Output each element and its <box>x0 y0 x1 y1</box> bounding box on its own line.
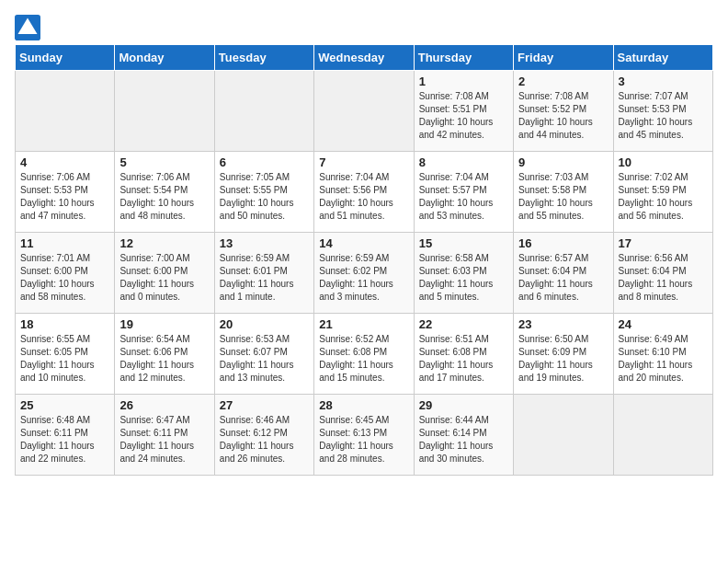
day-number: 9 <box>518 155 608 169</box>
day-number: 12 <box>119 236 209 250</box>
cell-info: Sunrise: 6:48 AM Sunset: 6:11 PM Dayligh… <box>20 414 109 465</box>
day-number: 17 <box>619 236 708 250</box>
day-number: 15 <box>419 236 508 250</box>
calendar-cell: 10Sunrise: 7:02 AM Sunset: 5:59 PM Dayli… <box>613 152 712 233</box>
cell-info: Sunrise: 6:59 AM Sunset: 6:02 PM Dayligh… <box>319 252 408 304</box>
day-header-sunday: Sunday <box>16 45 115 71</box>
calendar-cell <box>16 71 115 152</box>
day-number: 18 <box>20 317 109 331</box>
calendar-cell: 17Sunrise: 6:56 AM Sunset: 6:04 PM Dayli… <box>613 233 712 314</box>
calendar-cell <box>314 71 414 152</box>
day-number: 2 <box>518 75 608 88</box>
calendar-cell <box>613 395 712 476</box>
cell-info: Sunrise: 6:52 AM Sunset: 6:08 PM Dayligh… <box>319 333 408 385</box>
calendar-cell: 29Sunrise: 6:44 AM Sunset: 6:14 PM Dayli… <box>414 395 513 476</box>
day-header-saturday: Saturday <box>613 45 712 71</box>
cell-info: Sunrise: 6:56 AM Sunset: 6:04 PM Dayligh… <box>619 252 708 304</box>
calendar-cell: 14Sunrise: 6:59 AM Sunset: 6:02 PM Dayli… <box>314 233 414 314</box>
calendar-cell: 19Sunrise: 6:54 AM Sunset: 6:06 PM Dayli… <box>115 314 214 395</box>
day-number: 21 <box>319 317 408 331</box>
calendar-cell: 7Sunrise: 7:04 AM Sunset: 5:56 PM Daylig… <box>314 152 414 233</box>
cell-info: Sunrise: 6:57 AM Sunset: 6:04 PM Dayligh… <box>518 252 608 304</box>
calendar-cell: 4Sunrise: 7:06 AM Sunset: 5:53 PM Daylig… <box>16 152 115 233</box>
calendar-cell: 22Sunrise: 6:51 AM Sunset: 6:08 PM Dayli… <box>414 314 513 395</box>
cell-info: Sunrise: 7:00 AM Sunset: 6:00 PM Dayligh… <box>119 252 209 304</box>
day-number: 3 <box>619 75 708 88</box>
calendar-cell: 3Sunrise: 7:07 AM Sunset: 5:53 PM Daylig… <box>613 71 712 152</box>
day-number: 1 <box>419 75 508 88</box>
calendar-cell: 18Sunrise: 6:55 AM Sunset: 6:05 PM Dayli… <box>16 314 115 395</box>
day-number: 25 <box>20 398 109 412</box>
calendar-cell: 8Sunrise: 7:04 AM Sunset: 5:57 PM Daylig… <box>414 152 513 233</box>
cell-info: Sunrise: 6:51 AM Sunset: 6:08 PM Dayligh… <box>419 333 508 385</box>
cell-info: Sunrise: 7:07 AM Sunset: 5:53 PM Dayligh… <box>619 90 708 142</box>
cell-info: Sunrise: 6:59 AM Sunset: 6:01 PM Dayligh… <box>220 252 309 304</box>
cell-info: Sunrise: 6:44 AM Sunset: 6:14 PM Dayligh… <box>419 414 508 465</box>
calendar-cell: 26Sunrise: 6:47 AM Sunset: 6:11 PM Dayli… <box>115 395 214 476</box>
calendar-cell: 20Sunrise: 6:53 AM Sunset: 6:07 PM Dayli… <box>214 314 313 395</box>
day-number: 24 <box>619 317 708 331</box>
day-number: 7 <box>319 155 408 169</box>
day-header-tuesday: Tuesday <box>214 45 313 71</box>
cell-info: Sunrise: 6:47 AM Sunset: 6:11 PM Dayligh… <box>119 414 209 465</box>
cell-info: Sunrise: 7:06 AM Sunset: 5:54 PM Dayligh… <box>119 171 209 223</box>
cell-info: Sunrise: 7:02 AM Sunset: 5:59 PM Dayligh… <box>619 171 708 223</box>
day-header-monday: Monday <box>115 45 214 71</box>
calendar-week-row: 18Sunrise: 6:55 AM Sunset: 6:05 PM Dayli… <box>16 314 713 395</box>
cell-info: Sunrise: 6:55 AM Sunset: 6:05 PM Dayligh… <box>20 333 109 385</box>
cell-info: Sunrise: 7:04 AM Sunset: 5:56 PM Dayligh… <box>319 171 408 223</box>
cell-info: Sunrise: 7:04 AM Sunset: 5:57 PM Dayligh… <box>419 171 508 223</box>
logo <box>15 15 44 40</box>
day-header-wednesday: Wednesday <box>314 45 414 71</box>
calendar-cell: 13Sunrise: 6:59 AM Sunset: 6:01 PM Dayli… <box>214 233 313 314</box>
cell-info: Sunrise: 7:01 AM Sunset: 6:00 PM Dayligh… <box>20 252 109 304</box>
calendar-week-row: 4Sunrise: 7:06 AM Sunset: 5:53 PM Daylig… <box>16 152 713 233</box>
cell-info: Sunrise: 7:08 AM Sunset: 5:52 PM Dayligh… <box>518 90 608 142</box>
calendar-cell: 1Sunrise: 7:08 AM Sunset: 5:51 PM Daylig… <box>414 71 513 152</box>
day-number: 8 <box>419 155 508 169</box>
day-number: 23 <box>518 317 608 331</box>
calendar-week-row: 25Sunrise: 6:48 AM Sunset: 6:11 PM Dayli… <box>16 395 713 476</box>
day-number: 6 <box>220 155 309 169</box>
cell-info: Sunrise: 7:08 AM Sunset: 5:51 PM Dayligh… <box>419 90 508 142</box>
day-number: 28 <box>319 398 408 412</box>
calendar-cell: 23Sunrise: 6:50 AM Sunset: 6:09 PM Dayli… <box>514 314 613 395</box>
calendar-cell <box>214 71 313 152</box>
day-number: 11 <box>20 236 109 250</box>
cell-info: Sunrise: 7:03 AM Sunset: 5:58 PM Dayligh… <box>518 171 608 223</box>
day-number: 16 <box>518 236 608 250</box>
cell-info: Sunrise: 7:05 AM Sunset: 5:55 PM Dayligh… <box>220 171 309 223</box>
day-number: 20 <box>220 317 309 331</box>
logo-icon <box>15 15 40 40</box>
calendar-cell: 27Sunrise: 6:46 AM Sunset: 6:12 PM Dayli… <box>214 395 313 476</box>
calendar-cell: 16Sunrise: 6:57 AM Sunset: 6:04 PM Dayli… <box>514 233 613 314</box>
calendar-week-row: 11Sunrise: 7:01 AM Sunset: 6:00 PM Dayli… <box>16 233 713 314</box>
calendar-cell: 25Sunrise: 6:48 AM Sunset: 6:11 PM Dayli… <box>16 395 115 476</box>
day-number: 22 <box>419 317 508 331</box>
day-number: 27 <box>220 398 309 412</box>
day-number: 14 <box>319 236 408 250</box>
cell-info: Sunrise: 6:54 AM Sunset: 6:06 PM Dayligh… <box>119 333 209 385</box>
day-number: 26 <box>119 398 209 412</box>
calendar-cell <box>115 71 214 152</box>
calendar-cell: 2Sunrise: 7:08 AM Sunset: 5:52 PM Daylig… <box>514 71 613 152</box>
cell-info: Sunrise: 6:45 AM Sunset: 6:13 PM Dayligh… <box>319 414 408 465</box>
calendar-header-row: SundayMondayTuesdayWednesdayThursdayFrid… <box>16 45 713 71</box>
day-number: 29 <box>419 398 508 412</box>
calendar-table: SundayMondayTuesdayWednesdayThursdayFrid… <box>15 44 713 476</box>
day-number: 4 <box>20 155 109 169</box>
calendar-cell: 21Sunrise: 6:52 AM Sunset: 6:08 PM Dayli… <box>314 314 414 395</box>
calendar-cell <box>514 395 613 476</box>
calendar-cell: 9Sunrise: 7:03 AM Sunset: 5:58 PM Daylig… <box>514 152 613 233</box>
calendar-cell: 28Sunrise: 6:45 AM Sunset: 6:13 PM Dayli… <box>314 395 414 476</box>
cell-info: Sunrise: 6:46 AM Sunset: 6:12 PM Dayligh… <box>220 414 309 465</box>
cell-info: Sunrise: 7:06 AM Sunset: 5:53 PM Dayligh… <box>20 171 109 223</box>
calendar-cell: 24Sunrise: 6:49 AM Sunset: 6:10 PM Dayli… <box>613 314 712 395</box>
calendar-cell: 15Sunrise: 6:58 AM Sunset: 6:03 PM Dayli… <box>414 233 513 314</box>
day-number: 10 <box>619 155 708 169</box>
day-number: 19 <box>119 317 209 331</box>
cell-info: Sunrise: 6:49 AM Sunset: 6:10 PM Dayligh… <box>619 333 708 385</box>
calendar-week-row: 1Sunrise: 7:08 AM Sunset: 5:51 PM Daylig… <box>16 71 713 152</box>
day-number: 13 <box>220 236 309 250</box>
cell-info: Sunrise: 6:58 AM Sunset: 6:03 PM Dayligh… <box>419 252 508 304</box>
